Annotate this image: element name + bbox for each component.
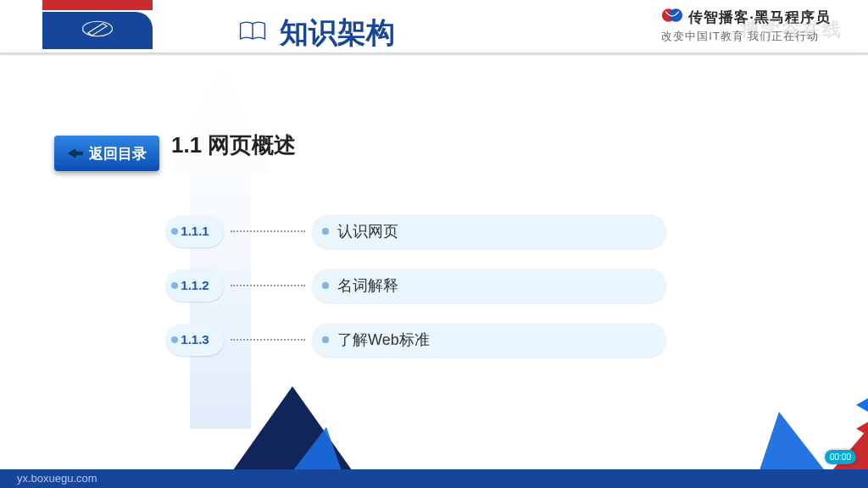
section-heading: 1.1 网页概述 — [166, 127, 666, 164]
brand-logo-icon — [661, 7, 683, 27]
decor-small-blue — [856, 398, 868, 412]
item-label: 认识网页 — [312, 214, 666, 248]
page-title: 知识架构 — [237, 14, 395, 53]
item-label: 名词解释 — [312, 269, 666, 302]
watermark-text: 博学谷在线 — [741, 17, 843, 42]
list-item[interactable]: 1.1.2 名词解释 — [166, 266, 666, 305]
header-separator — [0, 53, 868, 54]
item-label: 了解Web标准 — [312, 323, 666, 357]
connector-dots — [231, 285, 305, 286]
accent-strip — [42, 0, 153, 10]
item-number: 1.1.2 — [166, 269, 224, 302]
list-item[interactable]: 1.1.1 认识网页 — [166, 212, 666, 251]
item-number: 1.1.1 — [166, 215, 224, 247]
video-timestamp: 00:00 — [825, 450, 856, 464]
header: 知识架构 传智播客·黑马程序员 改变中国IT教育 我们正在行动 — [0, 0, 868, 54]
back-arrow-icon — [67, 147, 84, 159]
footer: yx.boxuegu.com — [0, 469, 868, 488]
svg-point-0 — [83, 21, 113, 36]
back-button-label: 返回目录 — [89, 144, 147, 164]
list-item[interactable]: 1.1.3 了解Web标准 — [166, 320, 666, 359]
footer-url: yx.boxuegu.com — [17, 472, 97, 485]
book-icon — [237, 17, 268, 50]
decor-small-red — [856, 422, 868, 435]
back-to-toc-button[interactable]: 返回目录 — [54, 136, 159, 171]
header-tab — [42, 12, 153, 49]
topic-list: 1.1.1 认识网页 1.1.2 名词解释 1.1.3 了解Web标准 — [166, 212, 666, 374]
item-number: 1.1.3 — [166, 324, 224, 356]
pencil-icon — [81, 19, 114, 42]
title-text: 知识架构 — [280, 14, 395, 53]
connector-dots — [231, 230, 305, 232]
connector-dots — [231, 339, 305, 341]
